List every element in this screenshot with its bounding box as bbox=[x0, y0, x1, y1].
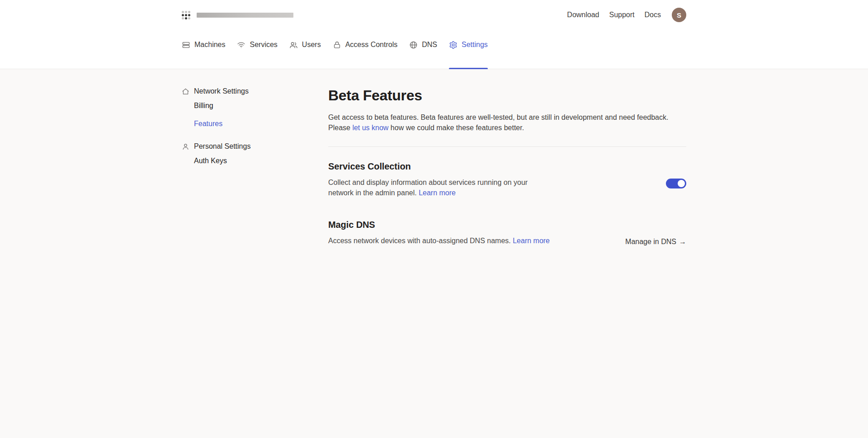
support-link[interactable]: Support bbox=[609, 11, 635, 19]
intro-text: Get access to beta features. Beta featur… bbox=[328, 112, 686, 133]
feature-description: Access network devices with auto-assigne… bbox=[328, 235, 550, 246]
top-header: Download Support Docs S Machines Service… bbox=[0, 0, 868, 69]
sidebar-item-personal-settings[interactable]: Personal Settings bbox=[182, 142, 328, 151]
feature-title: Magic DNS bbox=[328, 220, 550, 230]
manage-in-dns-link[interactable]: Manage in DNS → bbox=[625, 238, 686, 246]
user-avatar[interactable]: S bbox=[672, 8, 686, 22]
let-us-know-link[interactable]: let us know bbox=[352, 124, 388, 132]
globe-icon bbox=[409, 41, 418, 49]
tab-settings[interactable]: Settings bbox=[449, 30, 488, 69]
feature-magic-dns: Magic DNS Access network devices with au… bbox=[328, 220, 686, 246]
primary-nav: Machines Services Users Access Controls … bbox=[182, 30, 686, 69]
tailscale-logo-icon bbox=[182, 11, 190, 19]
feature-text: Magic DNS Access network devices with au… bbox=[328, 220, 550, 246]
tab-label: Access Controls bbox=[345, 41, 398, 49]
org-name-redacted bbox=[197, 13, 293, 18]
brand-home-link[interactable] bbox=[182, 11, 293, 19]
gear-icon bbox=[449, 41, 458, 49]
intro-after: how we could make these features better. bbox=[388, 124, 524, 132]
sidebar-section-label: Network Settings bbox=[194, 87, 249, 95]
person-icon bbox=[182, 143, 189, 151]
manage-in-dns-label: Manage in DNS bbox=[625, 238, 676, 246]
download-link[interactable]: Download bbox=[567, 11, 599, 19]
home-icon bbox=[182, 88, 189, 95]
tab-label: Users bbox=[302, 41, 321, 49]
sidebar-item-billing[interactable]: Billing bbox=[182, 102, 328, 110]
avatar-initial: S bbox=[677, 11, 681, 19]
services-collection-toggle[interactable] bbox=[666, 179, 686, 188]
learn-more-link-magic-dns[interactable]: Learn more bbox=[513, 237, 550, 245]
header-links: Download Support Docs S bbox=[567, 8, 686, 22]
toggle-knob bbox=[678, 180, 685, 187]
tab-label: Settings bbox=[462, 41, 488, 49]
feature-description-text: Access network devices with auto-assigne… bbox=[328, 237, 513, 245]
tab-label: DNS bbox=[422, 41, 437, 49]
tab-services[interactable]: Services bbox=[237, 30, 277, 69]
page-title: Beta Features bbox=[328, 87, 686, 104]
settings-sidebar: Network Settings Billing Features Person… bbox=[182, 87, 328, 246]
tab-label: Machines bbox=[194, 41, 225, 49]
main-panel: Beta Features Get access to beta feature… bbox=[328, 87, 686, 246]
tab-label: Services bbox=[250, 41, 277, 49]
section-divider bbox=[328, 146, 686, 147]
tab-users[interactable]: Users bbox=[289, 30, 321, 69]
sidebar-item-network-settings[interactable]: Network Settings bbox=[182, 87, 328, 95]
sidebar-section-personal-settings: Personal Settings Auth Keys bbox=[182, 142, 328, 165]
sidebar-section-network-settings: Network Settings Billing Features bbox=[182, 87, 328, 128]
tab-machines[interactable]: Machines bbox=[182, 30, 225, 69]
feature-services-collection: Services Collection Collect and display … bbox=[328, 161, 686, 198]
page: Download Support Docs S Machines Service… bbox=[0, 0, 868, 438]
tab-dns[interactable]: DNS bbox=[409, 30, 437, 69]
sidebar-item-auth-keys[interactable]: Auth Keys bbox=[182, 157, 328, 165]
machines-icon bbox=[182, 41, 190, 49]
wifi-icon bbox=[237, 41, 245, 49]
feature-description: Collect and display information about se… bbox=[328, 177, 542, 198]
sidebar-section-label: Personal Settings bbox=[194, 142, 250, 151]
lock-icon bbox=[333, 41, 341, 49]
content: Network Settings Billing Features Person… bbox=[182, 69, 686, 246]
learn-more-link-services[interactable]: Learn more bbox=[419, 189, 456, 197]
feature-title: Services Collection bbox=[328, 161, 542, 172]
arrow-right-icon: → bbox=[679, 238, 686, 246]
tab-access-controls[interactable]: Access Controls bbox=[333, 30, 398, 69]
sidebar-item-features[interactable]: Features bbox=[182, 120, 328, 128]
feature-text: Services Collection Collect and display … bbox=[328, 161, 542, 198]
users-icon bbox=[289, 41, 298, 49]
docs-link[interactable]: Docs bbox=[645, 11, 661, 19]
